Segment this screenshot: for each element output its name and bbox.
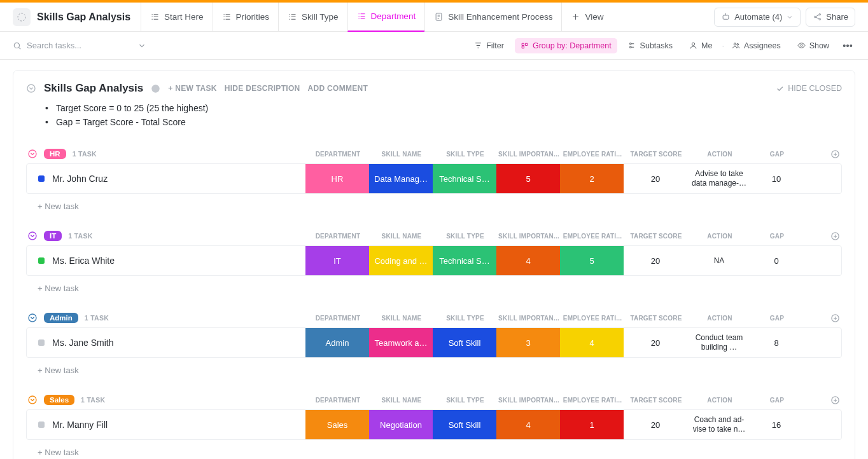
status-indicator[interactable] [38, 175, 45, 182]
column-header[interactable]: DEPARTMENT [306, 233, 370, 240]
column-header[interactable]: DEPARTMENT [306, 151, 370, 158]
column-header[interactable]: TARGET SCORE [624, 315, 688, 322]
search-input[interactable]: Search tasks... [13, 41, 146, 50]
new-task-button[interactable]: + New task [26, 440, 842, 457]
task-row[interactable]: Ms. Jane SmithAdminTeamwork a…Soft Skill… [26, 327, 842, 358]
gap-cell[interactable]: 0 [751, 246, 802, 275]
target-score-cell[interactable]: 20 [624, 328, 687, 357]
column-header[interactable]: EMPLOYEE RATI... [561, 397, 624, 404]
task-name[interactable]: Mr. Manny Fill [52, 420, 108, 430]
column-header[interactable]: EMPLOYEE RATI... [561, 315, 624, 322]
action-cell[interactable]: Conduct team building … [687, 331, 751, 354]
column-header[interactable]: ACTION [688, 315, 752, 322]
data-cell[interactable]: 1 [560, 410, 624, 439]
data-cell[interactable]: Technical S… [433, 164, 496, 193]
target-score-cell[interactable]: 20 [624, 246, 687, 275]
add-column-button[interactable] [828, 229, 842, 243]
column-header[interactable]: ACTION [688, 397, 752, 404]
column-header[interactable]: ACTION [688, 233, 752, 240]
data-cell[interactable]: Soft Skill [433, 328, 496, 357]
column-header[interactable]: TARGET SCORE [624, 397, 688, 404]
group-chip[interactable]: HR [44, 149, 66, 159]
column-header[interactable]: EMPLOYEE RATI... [561, 151, 624, 158]
data-cell[interactable]: Negotiation [369, 410, 433, 439]
data-cell[interactable]: 4 [496, 246, 560, 275]
data-cell[interactable]: 2 [560, 164, 624, 193]
more-button[interactable] [840, 37, 855, 55]
column-header[interactable]: SKILL IMPORTAN... [497, 315, 561, 322]
column-header[interactable]: SKILL NAME [370, 151, 433, 158]
column-header[interactable]: GAP [752, 151, 802, 158]
column-header[interactable]: SKILL IMPORTAN... [497, 233, 561, 240]
add-comment-button[interactable]: ADD COMMENT [308, 84, 368, 93]
column-header[interactable]: TARGET SCORE [624, 151, 688, 158]
column-header[interactable]: DEPARTMENT [306, 315, 370, 322]
column-header[interactable]: DEPARTMENT [306, 397, 370, 404]
gap-cell[interactable]: 8 [751, 328, 802, 357]
automate-button[interactable]: Automate (4) [714, 8, 801, 27]
task-row[interactable]: Mr. John CruzHRData Manag…Technical S…52… [26, 163, 842, 194]
status-indicator[interactable] [38, 339, 45, 346]
tab-add-view[interactable]: View [561, 3, 612, 32]
column-header[interactable]: GAP [752, 233, 802, 240]
add-column-button[interactable] [828, 311, 842, 325]
collapse-icon[interactable] [27, 395, 38, 405]
column-header[interactable]: GAP [752, 397, 802, 404]
action-cell[interactable]: NA [687, 254, 751, 268]
column-header[interactable]: ACTION [688, 151, 752, 158]
column-header[interactable]: SKILL TYPE [433, 233, 497, 240]
data-cell[interactable]: Soft Skill [433, 410, 496, 439]
data-cell[interactable]: 5 [496, 164, 560, 193]
collapse-icon[interactable] [26, 83, 36, 93]
data-cell[interactable]: 4 [560, 328, 624, 357]
filter-button[interactable]: Filter [468, 38, 510, 53]
column-header[interactable]: GAP [752, 315, 802, 322]
column-header[interactable]: SKILL IMPORTAN... [497, 151, 561, 158]
add-column-button[interactable] [828, 393, 842, 407]
collapse-icon[interactable] [27, 231, 38, 241]
data-cell[interactable]: HR [305, 164, 369, 193]
task-name[interactable]: Ms. Erica White [52, 256, 115, 266]
tab-start-here[interactable]: Start Here [141, 3, 213, 32]
group-chip[interactable]: Admin [44, 313, 78, 323]
status-indicator[interactable] [38, 257, 45, 264]
action-cell[interactable]: Advise to take data manage-… [687, 167, 751, 190]
data-cell[interactable]: 5 [560, 246, 624, 275]
gap-cell[interactable]: 16 [751, 410, 802, 439]
add-column-button[interactable] [828, 147, 842, 161]
data-cell[interactable]: Technical S… [433, 246, 496, 275]
show-button[interactable]: Show [792, 38, 835, 53]
subtasks-button[interactable]: Subtasks [622, 38, 678, 53]
new-task-button[interactable]: + New task [26, 276, 842, 293]
task-row[interactable]: Mr. Manny FillSalesNegotiationSoft Skill… [26, 409, 842, 440]
hide-closed-button[interactable]: HIDE CLOSED [776, 84, 842, 93]
data-cell[interactable]: IT [305, 246, 369, 275]
hide-description-button[interactable]: HIDE DESCRIPTION [225, 84, 300, 93]
task-name[interactable]: Mr. John Cruz [52, 174, 108, 184]
column-header[interactable]: SKILL TYPE [433, 315, 497, 322]
column-header[interactable]: EMPLOYEE RATI... [561, 233, 624, 240]
tab-priorities[interactable]: Priorities [213, 3, 279, 32]
new-task-button[interactable]: + NEW TASK [168, 84, 216, 93]
gap-cell[interactable]: 10 [751, 164, 802, 193]
collapse-icon[interactable] [27, 149, 38, 159]
tab-department[interactable]: Department [347, 3, 425, 32]
column-header[interactable]: SKILL NAME [370, 233, 433, 240]
data-cell[interactable]: 3 [496, 328, 560, 357]
task-row[interactable]: Ms. Erica WhiteITCoding and …Technical S… [26, 245, 842, 276]
column-header[interactable]: SKILL NAME [370, 397, 433, 404]
data-cell[interactable]: Sales [305, 410, 369, 439]
new-task-button[interactable]: + New task [26, 194, 842, 211]
data-cell[interactable]: 4 [496, 410, 560, 439]
task-name[interactable]: Ms. Jane Smith [52, 338, 113, 348]
info-icon[interactable] [151, 84, 160, 93]
target-score-cell[interactable]: 20 [624, 164, 687, 193]
collapse-icon[interactable] [27, 313, 38, 323]
group-chip[interactable]: Sales [44, 395, 74, 405]
data-cell[interactable]: Admin [305, 328, 369, 357]
status-indicator[interactable] [38, 421, 45, 428]
workspace-icon[interactable] [13, 8, 31, 26]
share-button[interactable]: Share [806, 8, 855, 27]
column-header[interactable]: SKILL NAME [370, 315, 433, 322]
column-header[interactable]: TARGET SCORE [624, 233, 688, 240]
